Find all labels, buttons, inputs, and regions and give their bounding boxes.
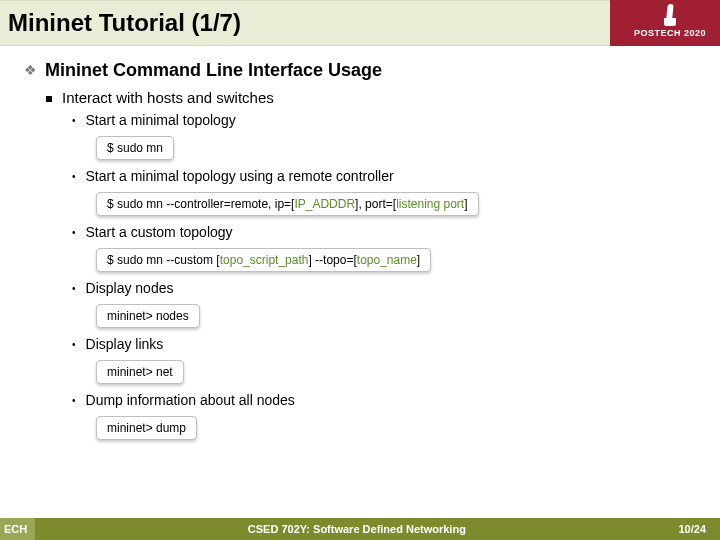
command-fragment: mininet> dump (107, 421, 186, 435)
command-fragment: ] --topo=[ (308, 253, 356, 267)
command-fragment: $ sudo mn (107, 141, 163, 155)
flame-icon (661, 4, 679, 26)
dot-bullet-icon: • (72, 224, 76, 242)
list-item-label: Dump information about all nodes (86, 392, 295, 408)
heading-row: ❖ Mininet Command Line Interface Usage (24, 60, 696, 81)
list-item: •Dump information about all nodes (72, 392, 696, 410)
list-item: •Start a minimal topology (72, 112, 696, 130)
list-item-label: Display links (86, 336, 164, 352)
logo-text-2: 2020 (684, 28, 706, 38)
list-item: •Start a minimal topology using a remote… (72, 168, 696, 186)
footer-page: 10/24 (678, 523, 720, 535)
list-item: •Start a custom topology (72, 224, 696, 242)
command-fragment: $ sudo mn --controller=remote, ip=[ (107, 197, 294, 211)
command-box: mininet> net (96, 360, 184, 384)
command-box: $ sudo mn --controller=remote, ip=[IP_AD… (96, 192, 479, 216)
subheading-text: Interact with hosts and switches (62, 89, 274, 106)
list-item: •Display links (72, 336, 696, 354)
logo-text-1: POSTECH (634, 28, 681, 38)
command-fragment: mininet> nodes (107, 309, 189, 323)
footer-left: ECH (0, 518, 35, 540)
command-fragment: ], port=[ (355, 197, 396, 211)
command-fragment: ] (464, 197, 467, 211)
command-fragment: $ sudo mn --custom [ (107, 253, 220, 267)
command-box: mininet> dump (96, 416, 197, 440)
dot-bullet-icon: • (72, 112, 76, 130)
footer-bar: ECH CSED 702Y: Software Defined Networki… (0, 518, 720, 540)
dot-bullet-icon: • (72, 392, 76, 410)
command-fragment: topo_script_path (220, 253, 309, 267)
subheading-row: Interact with hosts and switches (46, 89, 696, 106)
diamond-bullet-icon: ❖ (24, 60, 37, 80)
command-fragment: mininet> net (107, 365, 173, 379)
list-item: •Display nodes (72, 280, 696, 298)
list-item-label: Start a minimal topology (86, 112, 236, 128)
command-fragment: ] (417, 253, 420, 267)
command-fragment: listening port (396, 197, 464, 211)
command-fragment: IP_ADDDR (294, 197, 355, 211)
dot-bullet-icon: • (72, 336, 76, 354)
command-box: $ sudo mn (96, 136, 174, 160)
list-item-label: Start a custom topology (86, 224, 233, 240)
footer-center: CSED 702Y: Software Defined Networking (35, 523, 678, 535)
list-item-label: Display nodes (86, 280, 174, 296)
dot-bullet-icon: • (72, 280, 76, 298)
square-bullet-icon (46, 96, 52, 102)
command-box: mininet> nodes (96, 304, 200, 328)
postech-logo: POSTECH 2020 (634, 4, 706, 38)
slide-title: Mininet Tutorial (1/7) (8, 9, 241, 37)
command-fragment: topo_name (357, 253, 417, 267)
heading-text: Mininet Command Line Interface Usage (45, 60, 382, 81)
list-item-label: Start a minimal topology using a remote … (86, 168, 394, 184)
slide-content: ❖ Mininet Command Line Interface Usage I… (0, 46, 720, 446)
command-box: $ sudo mn --custom [topo_script_path] --… (96, 248, 431, 272)
dot-bullet-icon: • (72, 168, 76, 186)
